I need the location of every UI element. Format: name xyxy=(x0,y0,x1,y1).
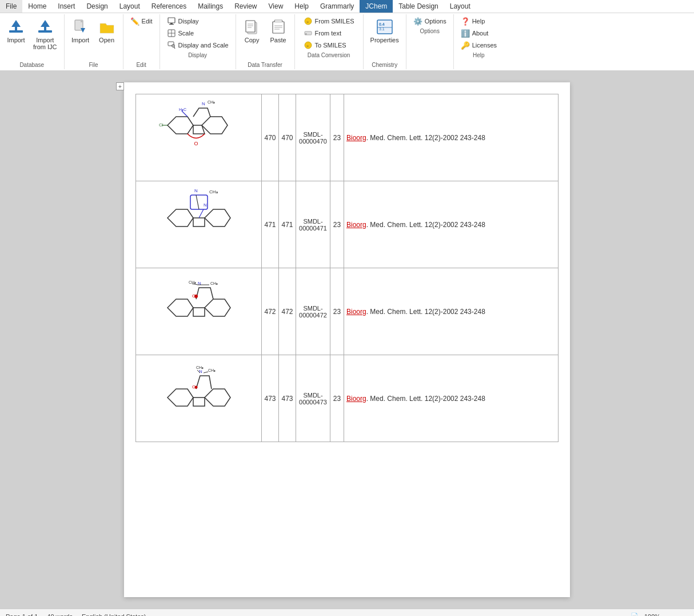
svg-rect-15 xyxy=(168,42,174,46)
open-button[interactable]: Open xyxy=(94,15,119,46)
copy-icon xyxy=(243,18,261,36)
open-label: Open xyxy=(99,37,114,43)
paste-button[interactable]: Paste xyxy=(266,15,291,46)
bioorg-link-471[interactable]: Bioorg xyxy=(346,221,366,229)
smdl-cell-471: SMDL-00000471 xyxy=(296,181,330,268)
table-row: O N CH₃ CH₃ 472 472 SMDL-00000472 23 Bio xyxy=(136,268,559,355)
tab-mailings[interactable]: Mailings xyxy=(192,0,229,13)
paste-icon xyxy=(269,18,288,36)
svg-rect-19 xyxy=(246,21,255,32)
import-file-button[interactable]: Import xyxy=(68,15,93,46)
svg-text:☺: ☺ xyxy=(306,20,309,23)
bioorg-link-470[interactable]: Bioorg xyxy=(346,134,366,142)
table-row: N N CH₃ 471 471 SMDL-00000471 23 Bioorg.… xyxy=(136,181,559,268)
scale-button[interactable]: Scale xyxy=(163,27,232,39)
tab-tabledesign[interactable]: Table Design xyxy=(393,0,444,13)
svg-text:H₃C: H₃C xyxy=(179,108,186,112)
bioorg-link-473[interactable]: Bioorg xyxy=(346,395,366,403)
licenses-icon: 🔑 xyxy=(461,41,470,50)
import-button[interactable]: Import xyxy=(3,15,29,46)
tab-references[interactable]: References xyxy=(146,0,192,13)
group-data-conversion-label: Data Conversion xyxy=(308,52,350,58)
import-file-icon xyxy=(71,18,90,36)
word-count: 40 words xyxy=(47,613,73,617)
table-row: O N CH₃ CH₃ 473 473 SMDL-00000473 23 Bio xyxy=(136,355,559,442)
tab-layout[interactable]: Layout xyxy=(114,0,146,13)
id-cell-473b: 473 xyxy=(279,355,296,442)
group-display-label: Display xyxy=(188,52,207,58)
import-ijc-button[interactable]: IJC Importfrom IJC xyxy=(30,15,61,53)
chemistry-items: 0.4 3.1 Properties xyxy=(367,15,402,61)
tab-grammarly[interactable]: Grammarly xyxy=(314,0,360,13)
tab-insert[interactable]: Insert xyxy=(52,0,81,13)
structure-cell-471: N N CH₃ xyxy=(136,181,262,268)
help-label: Help xyxy=(472,18,485,25)
about-button[interactable]: ℹ️ About xyxy=(457,27,500,39)
copy-button[interactable]: Copy xyxy=(240,15,265,46)
options-button[interactable]: ⚙️ Options xyxy=(410,15,450,27)
help-icon: ❓ xyxy=(461,17,470,26)
smdl-cell-470: SMDL-00000470 xyxy=(296,94,330,181)
svg-rect-25 xyxy=(275,20,282,23)
tab-file[interactable]: File xyxy=(0,0,22,13)
page-info: Page 1 of 1 xyxy=(6,613,38,617)
help-button[interactable]: ❓ Help xyxy=(457,15,500,27)
tab-review[interactable]: Review xyxy=(229,0,262,13)
svg-marker-48 xyxy=(167,209,193,226)
tab-jchem[interactable]: JChem xyxy=(360,0,393,13)
from-smiles-button[interactable]: ☺ From SMILES xyxy=(300,15,358,27)
group-data-transfer-label: Data Transfer xyxy=(248,62,282,68)
to-smiles-label: To SMILES xyxy=(315,42,346,49)
display-items: Display Scale Display and Scale xyxy=(163,15,232,51)
num-cell-472: 23 xyxy=(330,268,344,355)
table-expand-handle[interactable]: + xyxy=(116,82,124,90)
svg-rect-11 xyxy=(169,24,174,25)
properties-button[interactable]: 0.4 3.1 Properties xyxy=(367,15,402,46)
group-database: Import IJC Importfrom IJC Database xyxy=(0,14,65,69)
svg-rect-9 xyxy=(168,18,175,23)
to-smiles-icon: ☺ xyxy=(304,41,313,50)
svg-text:O: O xyxy=(192,293,196,299)
svg-text:CH₃: CH₃ xyxy=(208,368,216,372)
svg-line-45 xyxy=(182,111,188,117)
structure-svg-472: O N CH₃ CH₃ xyxy=(142,271,256,351)
svg-text:O: O xyxy=(194,141,198,146)
svg-line-55 xyxy=(196,195,199,209)
display-button[interactable]: Display xyxy=(163,15,232,27)
group-file-label: File xyxy=(89,62,98,68)
about-icon: ℹ️ xyxy=(461,29,470,38)
svg-marker-65 xyxy=(167,389,193,406)
id-cell-473a: 473 xyxy=(262,355,279,442)
to-smiles-button[interactable]: ☺ To SMILES xyxy=(300,39,358,51)
num-cell-471: 23 xyxy=(330,181,344,268)
edit-items: ✏️ Edit xyxy=(127,15,156,61)
tab-layout2[interactable]: Layout xyxy=(444,0,476,13)
bioorg-link-472[interactable]: Bioorg xyxy=(346,308,366,316)
data-transfer-items: Copy Paste xyxy=(240,15,291,61)
from-text-button[interactable]: ≡ From text xyxy=(300,27,358,39)
edit-button[interactable]: ✏️ Edit xyxy=(127,15,156,27)
group-chemistry: 0.4 3.1 Properties Chemistry xyxy=(364,14,406,69)
view-mode-icon[interactable]: 📄 xyxy=(631,613,639,616)
svg-marker-66 xyxy=(205,389,230,406)
options-items: ⚙️ Options xyxy=(410,15,450,27)
display-label: Display xyxy=(178,18,199,25)
group-edit: ✏️ Edit Edit xyxy=(123,14,160,69)
tab-help[interactable]: Help xyxy=(289,0,314,13)
ribbon-tab-bar: File Home Insert Design Layout Reference… xyxy=(0,0,694,13)
group-help-label: Help xyxy=(473,52,485,58)
tab-view[interactable]: View xyxy=(263,0,289,13)
group-options-label: Options xyxy=(420,28,439,34)
svg-line-54 xyxy=(199,209,204,218)
svg-rect-5 xyxy=(44,26,46,30)
display-scale-button[interactable]: Display and Scale xyxy=(163,39,232,51)
scale-icon xyxy=(167,29,176,38)
data-conversion-items: ☺ From SMILES ≡ From text ☺ To SMILES xyxy=(300,15,358,51)
structure-svg-473: O N CH₃ CH₃ xyxy=(142,357,256,438)
tab-home[interactable]: Home xyxy=(22,0,52,13)
tab-design[interactable]: Design xyxy=(81,0,113,13)
licenses-button[interactable]: 🔑 Licenses xyxy=(457,39,500,51)
zoom-slider[interactable]: ───── xyxy=(666,613,688,617)
from-text-label: From text xyxy=(315,30,341,37)
ref-cell-471: Bioorg. Med. Chem. Lett. 12(2)-2002 243-… xyxy=(344,181,559,268)
